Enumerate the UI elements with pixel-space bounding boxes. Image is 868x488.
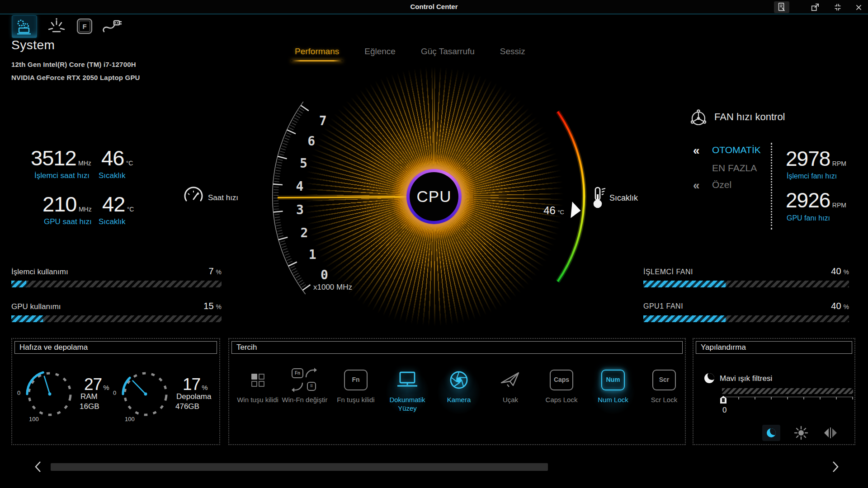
cpu-temp-stat: 46 °C bbox=[101, 147, 133, 169]
win-fn-swap-button[interactable]: Fn ⠿ Win-Fn değiştir bbox=[279, 364, 330, 430]
cpu-fan-bar bbox=[643, 281, 849, 287]
clock-speed-caption: Saat hızı bbox=[208, 193, 238, 202]
window-title: Control Center bbox=[0, 3, 868, 10]
blue-light-slider-track bbox=[722, 388, 853, 394]
gauge-scale-caption: x1000 MHz bbox=[313, 283, 352, 292]
scroll-lock-button[interactable]: Scr Scr Lock bbox=[639, 364, 689, 430]
caps-lock-button[interactable]: Caps Caps Lock bbox=[536, 364, 587, 430]
thermometer-icon bbox=[591, 186, 607, 211]
win-key-lock-button[interactable]: Win tuşu kilidi bbox=[232, 364, 283, 430]
temperature-arc bbox=[558, 112, 584, 282]
tab-performans[interactable]: Performans bbox=[295, 47, 339, 56]
gpu-clock-label: GPU saat hızı bbox=[44, 217, 92, 226]
gpu-usage-value: 15% bbox=[172, 301, 222, 311]
gpu-clock-stat: 210 MHz bbox=[42, 193, 92, 215]
fan-mode-en-fazla[interactable]: EN FAZLA bbox=[712, 163, 757, 174]
brightness-toggle[interactable] bbox=[794, 426, 808, 442]
tab-eglence[interactable]: Eğlence bbox=[364, 47, 396, 56]
close-icon[interactable] bbox=[851, 1, 866, 13]
gpu-fan-bar-label: GPU1 FANI bbox=[643, 302, 683, 310]
titlebar: Control Center bbox=[0, 0, 868, 14]
storage-gauge bbox=[118, 367, 173, 421]
keyboard-backlight-icon bbox=[47, 17, 66, 35]
collapse-window-icon[interactable] bbox=[830, 1, 845, 13]
gpu-usage-bar bbox=[11, 315, 222, 322]
ram-capacity: 16GB bbox=[80, 402, 99, 411]
ram-percent: 27% bbox=[84, 376, 109, 393]
windows-key-icon bbox=[251, 364, 264, 396]
mode-tabs: Performans Eğlence Güç Tasarrufu Sessiz bbox=[295, 47, 525, 56]
scroll-right-button[interactable] bbox=[829, 460, 841, 475]
cable-connector-icon bbox=[101, 18, 122, 34]
memory-panel-title: Hafıza ve depolama bbox=[14, 341, 217, 354]
cpu-fan-rpm-label: İşlemci fanı hızı bbox=[787, 172, 837, 180]
cpu-clock-stat: 3512 MHz bbox=[31, 147, 91, 169]
speedometer-icon bbox=[183, 185, 204, 206]
night-mode-toggle[interactable] bbox=[762, 425, 780, 441]
ram-gauge-min: 0 bbox=[17, 389, 20, 396]
fan-icon bbox=[688, 108, 709, 130]
cpu-fan-bar-fill bbox=[643, 281, 726, 287]
cpu-hub-ring: CPU bbox=[406, 169, 462, 224]
ram-label: RAM bbox=[80, 392, 98, 401]
blue-light-slider-ticks bbox=[722, 397, 853, 400]
cpu-usage-bar bbox=[11, 281, 222, 287]
storage-label: Depolama bbox=[176, 392, 212, 401]
fan-mode-ozel[interactable]: Özel bbox=[712, 179, 731, 190]
restore-window-icon[interactable] bbox=[807, 1, 823, 13]
color-mode-toggle[interactable] bbox=[823, 427, 838, 441]
storage-gauge-min: 0 bbox=[113, 389, 116, 396]
tab-keyboard-backlight[interactable] bbox=[44, 15, 69, 37]
gpu-fan-rpm: 2926 RPM bbox=[786, 190, 846, 211]
tab-sessiz[interactable]: Sessiz bbox=[500, 47, 525, 56]
ram-gauge-max: 100 bbox=[29, 416, 39, 422]
fan-mode-otomatik[interactable]: OTOMATİK bbox=[712, 145, 761, 155]
gpu-fan-bar-fill bbox=[643, 315, 726, 322]
caps-key-icon: Caps bbox=[550, 370, 573, 390]
svg-text:1: 1 bbox=[309, 247, 316, 262]
tab-flexikey[interactable]: F bbox=[72, 15, 97, 37]
gpu-usage-bar-fill bbox=[11, 315, 43, 322]
svg-text:3: 3 bbox=[296, 202, 304, 217]
touchpad-icon bbox=[396, 364, 419, 396]
svg-text:4: 4 bbox=[296, 179, 303, 194]
touchpad-button[interactable]: Dokunmatik Yüzey bbox=[382, 364, 433, 430]
storage-gauge-max: 100 bbox=[125, 416, 135, 422]
cpu-usage-value: 7% bbox=[172, 266, 222, 277]
fn-key-lock-button[interactable]: Fn Fn tuşu kilidi bbox=[330, 364, 381, 430]
cpu-clock-label: İşlemci saat hızı bbox=[34, 171, 90, 180]
gpu-fan-rpm-label: GPU fanı hızı bbox=[787, 214, 830, 222]
gears-laptop-icon bbox=[15, 18, 34, 35]
tab-devices[interactable] bbox=[99, 15, 124, 37]
cpu-usage-label: İşlemci kullanımı bbox=[11, 267, 68, 277]
fn-key-icon: Fn bbox=[344, 370, 368, 390]
gpu-fan-bar bbox=[643, 315, 849, 322]
gpu-temp-label: Sıcaklık bbox=[99, 217, 126, 226]
cpu-fan-bar-label: İŞLEMCİ FANI bbox=[643, 268, 693, 276]
titlebar-divider bbox=[0, 14, 868, 14]
cpu-temp-label: Sıcaklık bbox=[99, 171, 126, 180]
control-center-window: Control Center bbox=[0, 0, 868, 488]
storage-percent: 17% bbox=[183, 376, 208, 393]
configuration-panel-title: Yapılandırma bbox=[696, 341, 852, 354]
tab-system-monitor[interactable] bbox=[12, 15, 37, 38]
fan-control-title: FAN hızı kontrol bbox=[714, 111, 785, 123]
gpu-usage-label: GPU kullanımı bbox=[11, 302, 61, 311]
camera-icon bbox=[448, 364, 469, 396]
camera-button[interactable]: Kamera bbox=[434, 364, 484, 430]
num-lock-button[interactable]: Num Num Lock bbox=[588, 364, 638, 430]
blue-light-icon bbox=[704, 373, 714, 383]
scroll-left-button[interactable] bbox=[33, 460, 44, 475]
scr-key-icon: Scr bbox=[652, 370, 676, 390]
display-color-icon bbox=[823, 427, 838, 439]
cpu-hub: CPU bbox=[410, 172, 458, 221]
tab-guc-tasarrufu[interactable]: Güç Tasarrufu bbox=[421, 47, 475, 56]
gpu-temp-stat: 42 °C bbox=[102, 193, 134, 215]
system-log-icon[interactable] bbox=[774, 1, 789, 13]
svg-text:2: 2 bbox=[300, 225, 308, 240]
moon-icon bbox=[767, 428, 776, 437]
horizontal-scrollbar-thumb[interactable] bbox=[51, 463, 548, 471]
ram-gauge bbox=[23, 367, 77, 421]
cpu-fan-bar-value: 40% bbox=[799, 266, 849, 277]
airplane-mode-button[interactable]: Uçak bbox=[485, 364, 536, 430]
